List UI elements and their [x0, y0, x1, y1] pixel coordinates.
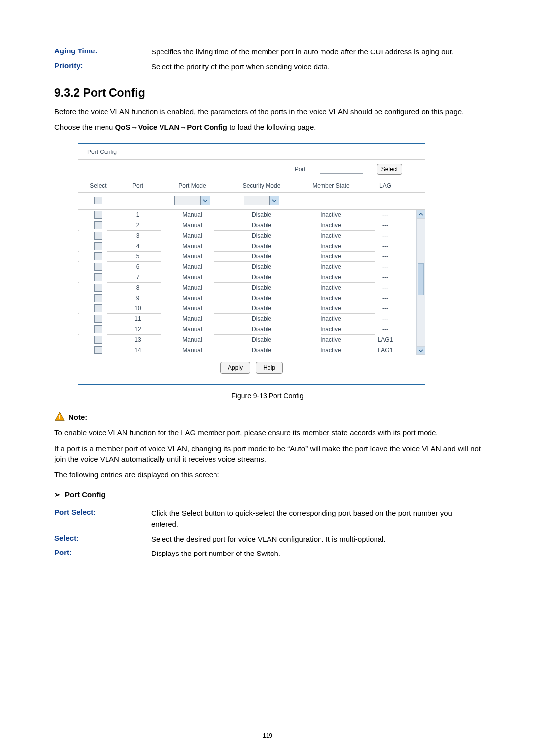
- cell-port: 12: [118, 326, 158, 333]
- cell-lag: ---: [366, 305, 405, 312]
- cell-security-mode: Disable: [227, 336, 296, 343]
- apply-button[interactable]: Apply: [220, 362, 250, 374]
- row-checkbox[interactable]: [94, 336, 102, 344]
- cell-member-state: Inactive: [296, 326, 366, 333]
- cell-port: 14: [118, 347, 158, 353]
- cell-member-state: Inactive: [296, 347, 366, 353]
- row-checkbox[interactable]: [94, 315, 102, 323]
- cell-port: 1: [118, 211, 158, 218]
- definition-list-bottom: Port Select:Click the Select button to q…: [54, 506, 481, 561]
- select-button[interactable]: Select: [377, 164, 402, 175]
- cell-port-mode: Manual: [158, 305, 227, 312]
- row-checkbox[interactable]: [94, 294, 102, 302]
- cell-member-state: Inactive: [296, 305, 366, 312]
- table-row: 4ManualDisableInactive---: [78, 241, 415, 252]
- definition-value: Displays the port number of the Switch.: [151, 546, 481, 561]
- cell-port-mode: Manual: [158, 222, 227, 229]
- button-row: Apply Help: [78, 355, 425, 377]
- warning-icon: [54, 411, 65, 422]
- cell-port: 5: [118, 253, 158, 260]
- row-checkbox[interactable]: [94, 221, 102, 229]
- cell-port-mode: Manual: [158, 295, 227, 302]
- row-checkbox[interactable]: [94, 263, 102, 271]
- table-header-row: Select Port Port Mode Security Mode Memb…: [78, 179, 425, 193]
- svg-rect-1: [59, 418, 60, 419]
- row-checkbox[interactable]: [94, 211, 102, 219]
- table-row: 2ManualDisableInactive---: [78, 220, 415, 231]
- section-heading: 9.3.2 Port Config: [54, 86, 481, 100]
- note-heading: Note:: [54, 411, 481, 422]
- port-filter-row: Port Select: [78, 160, 425, 179]
- table-row: 7ManualDisableInactive---: [78, 272, 415, 283]
- security-mode-dropdown[interactable]: [244, 196, 279, 205]
- cell-lag: ---: [366, 253, 405, 260]
- row-checkbox[interactable]: [94, 304, 102, 312]
- col-security-mode: Security Mode: [227, 182, 296, 189]
- sub-heading-text: Port Config: [65, 490, 106, 499]
- cell-port-mode: Manual: [158, 336, 227, 343]
- definition-label: Aging Time:: [54, 45, 151, 59]
- port-filter-input[interactable]: [320, 165, 363, 174]
- cell-lag: LAG1: [366, 347, 405, 353]
- col-lag: LAG: [366, 182, 405, 189]
- panel-title: Port Config: [78, 144, 425, 160]
- row-checkbox[interactable]: [94, 232, 102, 240]
- col-member-state: Member State: [296, 182, 366, 189]
- table-area: Select Port Port Mode Security Mode Memb…: [78, 179, 425, 355]
- cell-port: 4: [118, 243, 158, 250]
- note-paragraph-1: To enable voice VLAN function for the LA…: [54, 427, 481, 438]
- row-checkbox[interactable]: [94, 242, 102, 250]
- vertical-scrollbar[interactable]: [416, 210, 425, 355]
- row-checkbox[interactable]: [94, 284, 102, 292]
- port-config-panel: Port Config Port Select Select Port Port…: [78, 143, 425, 385]
- cell-port: 3: [118, 232, 158, 239]
- cell-member-state: Inactive: [296, 222, 366, 229]
- table-row: 9ManualDisableInactive---: [78, 293, 415, 303]
- definition-value: Click the Select button to quick-select …: [151, 506, 481, 532]
- cell-member-state: Inactive: [296, 295, 366, 302]
- scroll-track[interactable]: [417, 219, 425, 346]
- help-button[interactable]: Help: [256, 362, 283, 374]
- page-number: 119: [0, 732, 535, 739]
- cell-member-state: Inactive: [296, 243, 366, 250]
- cell-port-mode: Manual: [158, 274, 227, 281]
- row-checkbox[interactable]: [94, 325, 102, 333]
- cell-port: 2: [118, 222, 158, 229]
- cell-port: 13: [118, 336, 158, 343]
- cell-security-mode: Disable: [227, 284, 296, 291]
- cell-lag: ---: [366, 222, 405, 229]
- port-mode-dropdown[interactable]: [174, 196, 210, 205]
- scroll-thumb[interactable]: [418, 263, 424, 295]
- cell-lag: ---: [366, 284, 405, 291]
- figure-caption: Figure 9-13 Port Config: [54, 392, 481, 400]
- cell-port: 8: [118, 284, 158, 291]
- cell-port-mode: Manual: [158, 232, 227, 239]
- cell-lag: ---: [366, 315, 405, 322]
- cell-port-mode: Manual: [158, 253, 227, 260]
- cell-port: 10: [118, 305, 158, 312]
- cell-security-mode: Disable: [227, 305, 296, 312]
- note-label: Note:: [68, 413, 87, 421]
- cell-lag: ---: [366, 274, 405, 281]
- scroll-up-icon[interactable]: [417, 210, 425, 219]
- menu-pre: Choose the menu: [54, 123, 115, 131]
- cell-lag: ---: [366, 263, 405, 270]
- cell-member-state: Inactive: [296, 253, 366, 260]
- select-all-checkbox[interactable]: [94, 197, 102, 204]
- definition-label: Port:: [54, 546, 151, 561]
- cell-port-mode: Manual: [158, 263, 227, 270]
- entries-intro: The following entries are displayed on t…: [54, 469, 481, 480]
- cell-port: 11: [118, 315, 158, 322]
- cell-security-mode: Disable: [227, 222, 296, 229]
- row-checkbox[interactable]: [94, 252, 102, 260]
- cell-security-mode: Disable: [227, 326, 296, 333]
- table-row: 6ManualDisableInactive---: [78, 262, 415, 272]
- cell-port-mode: Manual: [158, 315, 227, 322]
- table-row: 1ManualDisableInactive---: [78, 210, 415, 220]
- row-checkbox[interactable]: [94, 273, 102, 281]
- cell-lag: ---: [366, 295, 405, 302]
- scroll-down-icon[interactable]: [417, 346, 425, 354]
- definition-value: Select the priority of the port when sen…: [151, 59, 481, 74]
- cell-security-mode: Disable: [227, 274, 296, 281]
- row-checkbox[interactable]: [94, 346, 102, 354]
